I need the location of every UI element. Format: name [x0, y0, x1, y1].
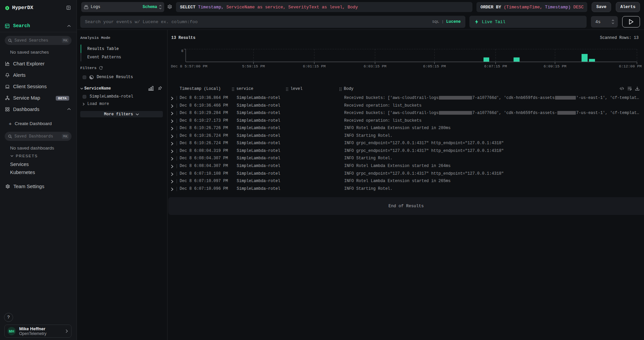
- svg-text:6:12:00 PM: 6:12:00 PM: [619, 64, 642, 68]
- svg-text:6:05:15 PM: 6:05:15 PM: [423, 64, 446, 68]
- svg-text:6:07:15 PM: 6:07:15 PM: [484, 64, 507, 68]
- svg-text:6:01:15 PM: 6:01:15 PM: [303, 64, 326, 68]
- svg-text:6:03:15 PM: 6:03:15 PM: [364, 64, 386, 68]
- svg-text:8: 8: [181, 49, 183, 53]
- svg-text:5:59:15 PM: 5:59:15 PM: [242, 64, 265, 68]
- svg-text:Dec 8 5:57:00 PM: Dec 8 5:57:00 PM: [171, 64, 208, 68]
- svg-text:6:09:15 PM: 6:09:15 PM: [544, 64, 566, 68]
